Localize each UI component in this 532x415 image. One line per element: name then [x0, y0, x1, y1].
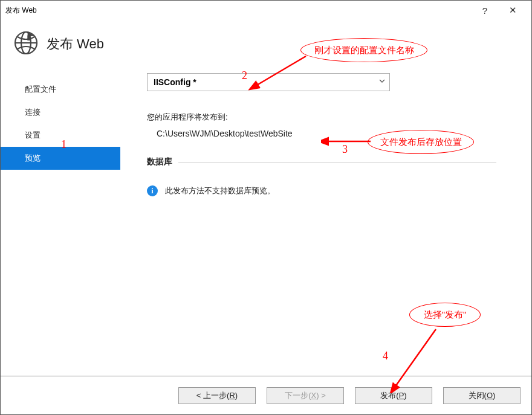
- dialog-window: 发布 Web ? ✕ 发布 Web 配置文件 连接 设置 预览: [0, 0, 532, 415]
- divider: [178, 162, 496, 162]
- profile-dropdown[interactable]: IISConfig *: [147, 73, 390, 91]
- info-icon: i: [147, 185, 158, 196]
- dialog-title: 发布 Web: [47, 35, 104, 53]
- publish-target-path: C:\Users\WJM\Desktop\testWebSite: [147, 129, 496, 138]
- database-info-row: i 此发布方法不支持数据库预览。: [147, 185, 496, 196]
- next-button: 下一步(X) >: [267, 387, 344, 404]
- main-panel: IISConfig * 您的应用程序将发布到: C:\Users\WJM\Des…: [120, 69, 531, 376]
- close-button[interactable]: ✕: [499, 1, 527, 20]
- publish-button[interactable]: 发布(P): [355, 387, 432, 404]
- sidebar-item-preview[interactable]: 预览: [1, 147, 120, 170]
- sidebar-item-connection[interactable]: 连接: [1, 101, 120, 124]
- publish-target-label: 您的应用程序将发布到:: [147, 112, 496, 123]
- database-section-header: 数据库: [147, 156, 496, 167]
- prev-button[interactable]: < 上一步(R): [178, 387, 256, 404]
- globe-icon: [14, 31, 38, 57]
- chevron-down-icon: [378, 77, 386, 86]
- sidebar-item-profile[interactable]: 配置文件: [1, 78, 120, 101]
- dialog-body: 配置文件 连接 设置 预览 IISConfig * 您的应用程序将发布到: C:…: [1, 69, 531, 376]
- profile-value: IISConfig *: [154, 77, 196, 87]
- sidebar-item-settings[interactable]: 设置: [1, 124, 120, 147]
- dialog-footer: < 上一步(R) 下一步(X) > 发布(P) 关闭(O): [1, 376, 531, 414]
- help-button[interactable]: ?: [471, 1, 499, 20]
- sidebar: 配置文件 连接 设置 预览: [1, 69, 120, 376]
- dialog-header: 发布 Web: [1, 20, 531, 69]
- window-title: 发布 Web: [5, 5, 471, 16]
- database-title: 数据库: [147, 156, 172, 167]
- close-dialog-button[interactable]: 关闭(O): [443, 387, 521, 404]
- database-info-text: 此发布方法不支持数据库预览。: [165, 185, 275, 196]
- title-bar: 发布 Web ? ✕: [1, 1, 531, 20]
